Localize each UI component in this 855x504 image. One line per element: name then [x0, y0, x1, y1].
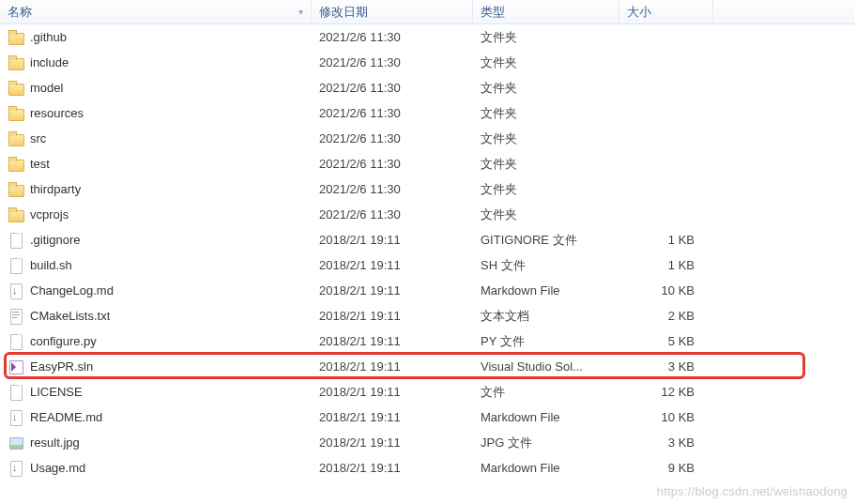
file-name: .gitignore [30, 233, 80, 247]
cell-type: 文件夹 [473, 130, 619, 147]
cell-type: 文件夹 [473, 54, 619, 71]
file-row[interactable]: resources2021/2/6 11:30文件夹 [0, 100, 855, 126]
cell-type: 文件 [473, 384, 619, 401]
cell-type: 文件夹 [473, 80, 619, 97]
column-header-date[interactable]: 修改日期 [312, 0, 473, 23]
cell-date: 2018/2/1 19:11 [312, 385, 473, 399]
file-row[interactable]: .github2021/2/6 11:30文件夹 [0, 24, 855, 50]
file-name: src [30, 131, 46, 145]
cell-type: 文件夹 [473, 206, 619, 223]
file-name: test [30, 157, 50, 171]
file-row[interactable]: test2021/2/6 11:30文件夹 [0, 151, 855, 176]
cell-name: test [0, 156, 312, 173]
file-name: model [30, 81, 63, 95]
cell-date: 2018/2/1 19:11 [312, 359, 473, 374]
file-row[interactable]: vcprojs2021/2/6 11:30文件夹 [0, 202, 855, 227]
md-icon [8, 460, 24, 477]
file-row[interactable]: EasyPR.sln2018/2/1 19:11Visual Studio So… [0, 354, 855, 379]
file-row[interactable]: result.jpg2018/2/1 19:11JPG 文件3 KB [0, 430, 855, 455]
folder-icon [8, 181, 24, 198]
cell-type: SH 文件 [473, 257, 619, 274]
cell-size: 2 KB [619, 309, 713, 323]
cell-name: include [0, 54, 312, 71]
cell-size: 3 KB [619, 359, 713, 374]
cell-name: thirdparty [0, 181, 312, 198]
cell-date: 2021/2/6 11:30 [312, 207, 473, 221]
cell-size: 10 KB [619, 283, 713, 298]
file-row[interactable]: src2021/2/6 11:30文件夹 [0, 126, 855, 151]
img-icon [8, 435, 24, 451]
file-row[interactable]: thirdparty2021/2/6 11:30文件夹 [0, 176, 855, 202]
cell-date: 2018/2/1 19:11 [312, 309, 473, 323]
cell-date: 2021/2/6 11:30 [312, 55, 473, 69]
file-name: configure.py [30, 334, 97, 348]
cell-date: 2018/2/1 19:11 [312, 283, 473, 298]
cell-date: 2018/2/1 19:11 [312, 435, 473, 450]
file-icon [8, 333, 24, 350]
column-header-label: 名称 [8, 4, 32, 21]
cell-name: CMakeLists.txt [0, 308, 312, 325]
cell-name: build.sh [0, 257, 312, 274]
cell-type: 文本文档 [473, 308, 619, 325]
file-row[interactable]: configure.py2018/2/1 19:11PY 文件5 KB [0, 328, 855, 354]
cell-date: 2018/2/1 19:11 [312, 334, 473, 348]
column-header-size[interactable]: 大小 [619, 0, 713, 23]
file-row[interactable]: model2021/2/6 11:30文件夹 [0, 75, 855, 100]
cell-date: 2021/2/6 11:30 [312, 182, 473, 196]
file-name: vcprojs [30, 207, 69, 221]
folder-icon [8, 156, 24, 173]
file-name: LICENSE [30, 385, 83, 399]
column-header-row: 名称 ▾ 修改日期 类型 大小 [0, 0, 855, 24]
file-name: thirdparty [30, 182, 81, 196]
cell-name: model [0, 80, 312, 97]
cell-type: GITIGNORE 文件 [473, 232, 619, 249]
file-row[interactable]: Usage.md2018/2/1 19:11Markdown File9 KB [0, 455, 855, 481]
file-row[interactable]: CMakeLists.txt2018/2/1 19:11文本文档2 KB [0, 303, 855, 328]
cell-size: 3 KB [619, 435, 713, 450]
folder-icon [8, 105, 24, 122]
file-name: result.jpg [30, 435, 80, 450]
file-row[interactable]: build.sh2018/2/1 19:11SH 文件1 KB [0, 252, 855, 278]
cell-size: 10 KB [619, 410, 713, 424]
column-header-type[interactable]: 类型 [473, 0, 619, 23]
file-list: .github2021/2/6 11:30文件夹include2021/2/6 … [0, 24, 855, 481]
file-name: ChangeLog.md [30, 283, 114, 298]
file-row[interactable]: LICENSE2018/2/1 19:11文件12 KB [0, 379, 855, 405]
file-name: EasyPR.sln [30, 359, 93, 374]
file-row[interactable]: ChangeLog.md2018/2/1 19:11Markdown File1… [0, 278, 855, 303]
md-icon [8, 283, 24, 299]
cell-type: Visual Studio Sol... [473, 359, 619, 374]
file-row[interactable]: include2021/2/6 11:30文件夹 [0, 50, 855, 75]
cell-date: 2018/2/1 19:11 [312, 410, 473, 424]
watermark: https://blog.csdn.net/weishaodong [657, 484, 847, 498]
cell-name: LICENSE [0, 384, 312, 401]
cell-size: 1 KB [619, 258, 713, 272]
file-row[interactable]: .gitignore2018/2/1 19:11GITIGNORE 文件1 KB [0, 227, 855, 252]
cell-name: result.jpg [0, 435, 312, 451]
cell-name: Usage.md [0, 460, 312, 477]
folder-icon [8, 29, 24, 46]
cell-name: EasyPR.sln [0, 359, 312, 375]
file-name: README.md [30, 410, 102, 424]
cell-type: Markdown File [473, 283, 619, 298]
folder-icon [8, 54, 24, 71]
column-header-label: 大小 [627, 4, 651, 21]
file-row[interactable]: README.md2018/2/1 19:11Markdown File10 K… [0, 405, 855, 430]
chevron-down-icon: ▾ [298, 7, 303, 17]
cell-type: Markdown File [473, 410, 619, 424]
cell-name: .gitignore [0, 232, 312, 249]
column-header-name[interactable]: 名称 ▾ [0, 0, 312, 23]
folder-icon [8, 130, 24, 147]
cell-name: vcprojs [0, 206, 312, 223]
file-name: include [30, 55, 69, 69]
cell-date: 2018/2/1 19:11 [312, 258, 473, 272]
cell-name: README.md [0, 409, 312, 426]
sln-icon [8, 359, 24, 375]
cell-date: 2021/2/6 11:30 [312, 106, 473, 120]
column-header-label: 类型 [481, 4, 505, 21]
cell-date: 2018/2/1 19:11 [312, 461, 473, 475]
cell-size: 9 KB [619, 461, 713, 475]
file-name: Usage.md [30, 461, 85, 475]
cell-size: 5 KB [619, 334, 713, 348]
cell-name: src [0, 130, 312, 147]
